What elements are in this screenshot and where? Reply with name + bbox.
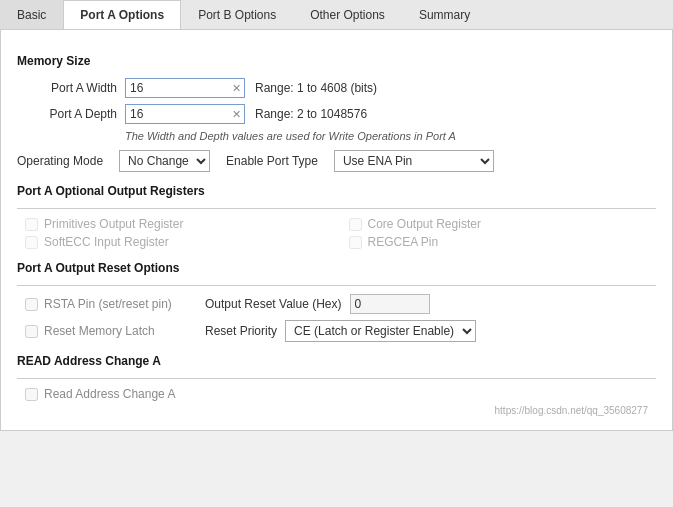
rsta-pin-checkbox[interactable] xyxy=(25,298,38,311)
port-a-width-label: Port A Width xyxy=(17,81,117,95)
operating-mode-select[interactable]: No Change Read First Write First xyxy=(119,150,210,172)
port-a-depth-label: Port A Depth xyxy=(17,107,117,121)
regcea-pin-checkbox[interactable] xyxy=(349,236,362,249)
reset-priority-label: Reset Priority xyxy=(205,324,277,338)
reset-memory-latch-checkbox[interactable] xyxy=(25,325,38,338)
reset-memory-latch-row: Reset Memory Latch Reset Priority CE (La… xyxy=(17,320,656,342)
rsta-pin-label: RSTA Pin (set/reset pin) xyxy=(44,297,172,311)
watermark: https://blog.csdn.net/qq_35608277 xyxy=(17,401,656,418)
output-reset-value-input[interactable] xyxy=(350,294,430,314)
reset-memory-latch-label: Reset Memory Latch xyxy=(44,324,155,338)
read-address-change-a-header: READ Address Change A xyxy=(17,354,656,370)
operating-mode-label: Operating Mode xyxy=(17,154,103,168)
port-a-depth-range: Range: 2 to 1048576 xyxy=(255,107,367,121)
port-a-depth-input[interactable] xyxy=(125,104,245,124)
optional-output-registers-grid: Primitives Output Register Core Output R… xyxy=(17,217,656,249)
port-a-depth-input-wrapper: ✕ xyxy=(125,104,245,124)
output-reset-value-group: Output Reset Value (Hex) xyxy=(205,294,430,314)
operating-mode-row: Operating Mode No Change Read First Writ… xyxy=(17,150,656,172)
output-reset-options-header: Port A Output Reset Options xyxy=(17,261,656,277)
core-output-register-item: Core Output Register xyxy=(349,217,657,231)
output-reset-value-label: Output Reset Value (Hex) xyxy=(205,297,342,311)
port-a-width-range: Range: 1 to 4608 (bits) xyxy=(255,81,377,95)
read-address-change-a-label: Read Address Change A xyxy=(44,387,175,401)
enable-port-type-select[interactable]: Use ENA Pin Always Enabled xyxy=(334,150,494,172)
optional-output-registers-header: Port A Optional Output Registers xyxy=(17,184,656,200)
port-a-depth-row: Port A Depth ✕ Range: 2 to 1048576 xyxy=(17,104,656,124)
primitives-output-register-item: Primitives Output Register xyxy=(25,217,333,231)
tab-bar: Basic Port A Options Port B Options Othe… xyxy=(0,0,673,30)
core-output-register-label: Core Output Register xyxy=(368,217,481,231)
softecc-input-register-label: SoftECC Input Register xyxy=(44,235,169,249)
read-address-change-a-row: Read Address Change A xyxy=(17,387,656,401)
rsta-pin-row: RSTA Pin (set/reset pin) Output Reset Va… xyxy=(17,294,656,314)
softecc-input-register-checkbox[interactable] xyxy=(25,236,38,249)
primitives-output-register-label: Primitives Output Register xyxy=(44,217,183,231)
output-reset-options-divider xyxy=(17,285,656,286)
reset-memory-latch-label-group: Reset Memory Latch xyxy=(25,324,205,338)
tab-port-a-options[interactable]: Port A Options xyxy=(63,0,181,29)
reset-priority-group: Reset Priority CE (Latch or Register Ena… xyxy=(205,320,476,342)
primitives-output-register-checkbox[interactable] xyxy=(25,218,38,231)
tab-summary[interactable]: Summary xyxy=(402,0,487,29)
port-a-width-row: Port A Width ✕ Range: 1 to 4608 (bits) xyxy=(17,78,656,98)
port-a-width-input[interactable] xyxy=(125,78,245,98)
port-a-width-clear-button[interactable]: ✕ xyxy=(230,83,243,94)
rsta-pin-label-group: RSTA Pin (set/reset pin) xyxy=(25,297,205,311)
main-content: Memory Size Port A Width ✕ Range: 1 to 4… xyxy=(0,30,673,431)
regcea-pin-label: REGCEA Pin xyxy=(368,235,439,249)
optional-output-registers-divider xyxy=(17,208,656,209)
core-output-register-checkbox[interactable] xyxy=(349,218,362,231)
read-address-change-a-checkbox[interactable] xyxy=(25,388,38,401)
memory-size-info: The Width and Depth values are used for … xyxy=(125,130,656,142)
port-a-depth-clear-button[interactable]: ✕ xyxy=(230,109,243,120)
tab-basic[interactable]: Basic xyxy=(0,0,63,29)
tab-other-options[interactable]: Other Options xyxy=(293,0,402,29)
tab-port-b-options[interactable]: Port B Options xyxy=(181,0,293,29)
regcea-pin-item: REGCEA Pin xyxy=(349,235,657,249)
read-address-change-a-divider xyxy=(17,378,656,379)
enable-port-type-label: Enable Port Type xyxy=(226,154,318,168)
memory-size-header: Memory Size xyxy=(17,54,656,70)
port-a-width-input-wrapper: ✕ xyxy=(125,78,245,98)
reset-priority-select[interactable]: CE (Latch or Register Enable) SR (Set/Re… xyxy=(285,320,476,342)
softecc-input-register-item: SoftECC Input Register xyxy=(25,235,333,249)
